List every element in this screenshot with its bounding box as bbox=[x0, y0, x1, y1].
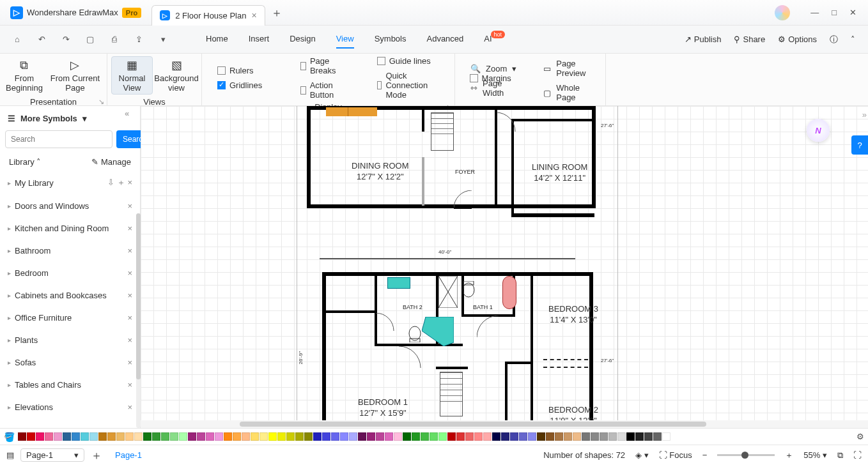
zoom-out-button[interactable]: − bbox=[702, 450, 708, 460]
remove-category-icon[interactable]: × bbox=[127, 201, 132, 211]
symbol-category[interactable]: ▸Elevations× bbox=[0, 396, 140, 418]
color-swatch[interactable] bbox=[421, 432, 429, 441]
palette-settings-icon[interactable]: ⚙ bbox=[856, 432, 864, 441]
color-swatch[interactable] bbox=[233, 432, 241, 441]
panel-scrollbar[interactable] bbox=[136, 213, 141, 428]
color-swatch[interactable] bbox=[206, 432, 214, 441]
layers-icon[interactable]: ◈ ▾ bbox=[635, 450, 649, 460]
color-swatch[interactable] bbox=[224, 432, 232, 441]
color-swatch[interactable] bbox=[116, 432, 125, 441]
library-toggle[interactable]: Library ˄ bbox=[9, 157, 41, 167]
page-breaks-checkbox[interactable]: Page Breaks bbox=[300, 56, 338, 75]
color-swatch[interactable] bbox=[644, 432, 653, 441]
panel-collapse-icon[interactable]: « bbox=[125, 109, 129, 118]
color-swatch[interactable] bbox=[385, 432, 393, 441]
canvas[interactable]: DINING ROOM12'7" X 12'2" FOYER LINING RO… bbox=[141, 106, 868, 428]
from-current-page-button[interactable]: ▷From Current Page bbox=[47, 56, 103, 95]
share-button[interactable]: ⚲ Share bbox=[734, 34, 765, 44]
color-swatch[interactable] bbox=[322, 432, 330, 441]
save-icon[interactable]: ▢ bbox=[84, 34, 96, 45]
symbol-search-input[interactable] bbox=[5, 130, 112, 148]
publish-button[interactable]: ↗ Publish bbox=[685, 34, 722, 44]
symbol-category[interactable]: ▸My Library⇩ ＋ × bbox=[0, 171, 140, 195]
color-swatch[interactable] bbox=[72, 432, 80, 441]
zoom-value[interactable]: 55% ▾ bbox=[803, 450, 827, 460]
close-window-icon[interactable]: ✕ bbox=[849, 8, 856, 17]
from-beginning-button[interactable]: ⧉From Beginning bbox=[4, 56, 45, 95]
symbol-category[interactable]: ▸Sofas× bbox=[0, 351, 140, 374]
document-tab[interactable]: ▷ 2 Floor House Plan × bbox=[151, 5, 265, 26]
color-swatch[interactable] bbox=[260, 432, 268, 441]
menu-design[interactable]: Design bbox=[290, 30, 315, 49]
color-swatch[interactable] bbox=[63, 432, 71, 441]
symbol-category[interactable]: ▸Plants× bbox=[0, 329, 140, 351]
manage-library[interactable]: ✎ Manage bbox=[91, 157, 131, 167]
color-swatch[interactable] bbox=[465, 432, 474, 441]
canvas-horizontal-scrollbar[interactable] bbox=[141, 420, 868, 428]
remove-category-icon[interactable]: × bbox=[127, 358, 132, 367]
color-swatch[interactable] bbox=[591, 432, 599, 441]
redo-icon[interactable]: ↷ bbox=[60, 34, 72, 45]
color-swatch[interactable] bbox=[474, 432, 483, 441]
symbol-category[interactable]: ▸Kitchen and Dining Room× bbox=[0, 217, 140, 240]
minimize-icon[interactable]: — bbox=[810, 8, 819, 17]
color-swatch[interactable] bbox=[403, 432, 411, 441]
color-swatch[interactable] bbox=[125, 432, 134, 441]
color-swatch[interactable] bbox=[197, 432, 205, 441]
color-swatch[interactable] bbox=[608, 432, 617, 441]
color-swatch[interactable] bbox=[519, 432, 527, 441]
color-swatch[interactable] bbox=[98, 432, 107, 441]
color-swatch[interactable] bbox=[331, 432, 339, 441]
menu-view[interactable]: View bbox=[336, 30, 354, 49]
add-page-button[interactable]: ＋ bbox=[91, 448, 102, 463]
symbol-category[interactable]: ▸Bedroom× bbox=[0, 262, 140, 284]
action-button-checkbox[interactable]: Action Button bbox=[300, 80, 338, 100]
color-swatch[interactable] bbox=[340, 432, 348, 441]
color-swatch[interactable] bbox=[143, 432, 151, 441]
color-swatch[interactable] bbox=[600, 432, 608, 441]
group-expand-icon[interactable]: ↘ bbox=[98, 98, 104, 106]
right-panel-collapse-icon[interactable]: » bbox=[862, 110, 867, 119]
notifications-icon[interactable]: ⓘ bbox=[830, 34, 838, 45]
fit-page-icon[interactable]: ⧉ bbox=[837, 450, 843, 461]
color-swatch[interactable] bbox=[394, 432, 402, 441]
color-swatch[interactable] bbox=[161, 432, 169, 441]
color-swatch[interactable] bbox=[179, 432, 187, 441]
whole-page-button[interactable]: ▢Whole Page bbox=[543, 83, 590, 102]
remove-category-icon[interactable]: × bbox=[127, 380, 132, 390]
color-swatch[interactable] bbox=[653, 432, 662, 441]
color-swatch[interactable] bbox=[89, 432, 98, 441]
color-swatch[interactable] bbox=[662, 432, 670, 441]
color-swatch[interactable] bbox=[45, 432, 53, 441]
avatar[interactable] bbox=[775, 5, 790, 20]
symbol-category[interactable]: ▸Cabinets and Bookcases× bbox=[0, 284, 140, 307]
color-swatch[interactable] bbox=[376, 432, 384, 441]
color-swatch[interactable] bbox=[510, 432, 518, 441]
color-swatch[interactable] bbox=[36, 432, 44, 441]
ai-assistant-button[interactable]: N bbox=[807, 119, 830, 142]
color-swatch[interactable] bbox=[456, 432, 465, 441]
symbols-panel-title[interactable]: More Symbols bbox=[20, 114, 77, 123]
color-swatch[interactable] bbox=[412, 432, 420, 441]
color-swatch[interactable] bbox=[152, 432, 160, 441]
color-swatch[interactable] bbox=[573, 432, 581, 441]
export-icon[interactable]: ⇪ bbox=[133, 34, 144, 45]
color-swatch[interactable] bbox=[564, 432, 572, 441]
color-swatch[interactable] bbox=[349, 432, 357, 441]
symbol-category[interactable]: ▸Doors and Windows× bbox=[0, 195, 140, 217]
quick-connection-checkbox[interactable]: Quick Connection Mode bbox=[377, 71, 431, 100]
close-tab-icon[interactable]: × bbox=[251, 10, 256, 20]
color-swatch[interactable] bbox=[492, 432, 500, 441]
menu-home[interactable]: Home bbox=[206, 30, 228, 49]
page-preview-button[interactable]: ▭Page Preview bbox=[543, 59, 590, 78]
gridlines-checkbox[interactable]: Gridlines bbox=[217, 80, 262, 90]
page-selector[interactable]: Page-1▾ bbox=[20, 448, 84, 462]
color-swatch[interactable] bbox=[430, 432, 438, 441]
menu-insert[interactable]: Insert bbox=[249, 30, 270, 49]
zoom-button[interactable]: 🔍Zoom▾ bbox=[470, 64, 516, 73]
color-swatch[interactable] bbox=[546, 432, 554, 441]
fullscreen-icon[interactable]: ⛶ bbox=[853, 450, 862, 460]
color-swatch[interactable] bbox=[188, 432, 196, 441]
color-swatch[interactable] bbox=[215, 432, 223, 441]
symbol-category[interactable]: ▸Bathroom× bbox=[0, 240, 140, 262]
